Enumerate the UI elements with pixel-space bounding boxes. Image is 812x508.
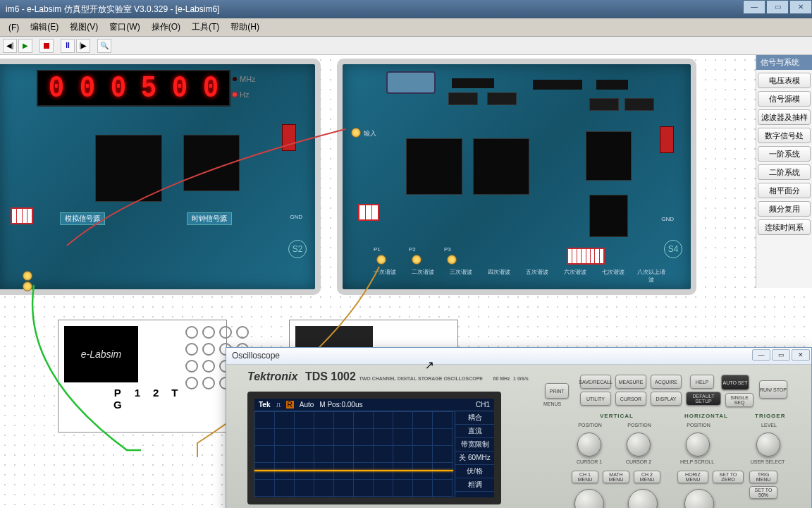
menu-view[interactable]: 视图(V)	[64, 19, 104, 35]
scope-menu-dc[interactable]: 直流	[455, 425, 494, 438]
trig-menu-button[interactable]: TRIG MENU	[749, 471, 777, 483]
horiz-position-knob[interactable]	[686, 433, 710, 456]
scope-menu-off60[interactable]: 关 60MHz	[455, 452, 494, 465]
board-s4[interactable]: 输入 P1 P2 P3 一次谐波 二次谐波 三次谐波 四次谐波 五次谐波 六次谐…	[337, 59, 696, 295]
panel-button[interactable]	[202, 360, 215, 373]
ch1-scale-knob[interactable]	[574, 489, 604, 508]
side-btn-dsp[interactable]: 数字信号处	[758, 128, 811, 143]
default-setup-button[interactable]: DEFAULT SETUP	[686, 392, 721, 406]
toolbar-zoom[interactable]: 🔍	[97, 39, 111, 53]
single-seq-button[interactable]: SINGLE SEQ	[725, 393, 753, 407]
panel-button[interactable]	[185, 326, 198, 339]
menu-help[interactable]: 帮助(H)	[225, 19, 265, 35]
side-btn-source[interactable]: 信号源模	[758, 91, 811, 107]
probe-t-label: T	[171, 387, 178, 411]
dip-switch[interactable]	[567, 248, 605, 265]
scope-menu-coarse[interactable]: 粗调	[455, 478, 494, 492]
side-btn-voltmeter[interactable]: 电压表模	[758, 73, 811, 88]
help-button[interactable]: HELP	[690, 375, 714, 389]
cursor-button[interactable]: CURSOR	[615, 392, 646, 406]
horiz-menu-button[interactable]: HORIZ MENU	[677, 471, 708, 483]
maximize-button[interactable]: ▭	[766, 0, 789, 14]
close-button[interactable]: ✕	[789, 0, 812, 14]
ch2-position-knob[interactable]	[627, 433, 651, 456]
side-btn-phase-plane[interactable]: 相平面分	[758, 183, 811, 198]
math-menu-button[interactable]: MATH MENU	[603, 471, 629, 483]
set-to-50-button[interactable]: SET TO 50%	[749, 486, 777, 499]
ch1-menu-button[interactable]: CH 1 MENU	[572, 471, 598, 483]
oscilloscope-window[interactable]: Oscilloscope — ▭ ✕ Tektronix TDS 1002 TW…	[226, 347, 812, 508]
output-port[interactable]	[23, 271, 32, 281]
display-button[interactable]: DISPLAY	[651, 392, 682, 406]
harmonic-port-1[interactable]	[376, 255, 386, 265]
board-s2[interactable]: 0 0 0 5 0 0 MHz Hz 模拟信号源 时钟信号源 S2 GND	[0, 59, 321, 295]
set-to-zero-button[interactable]: SET TO ZERO	[713, 471, 744, 483]
menu-window[interactable]: 窗口(W)	[104, 19, 145, 35]
input-label: 输入	[364, 129, 376, 138]
scope-menu-coupling[interactable]: 耦合	[455, 411, 494, 425]
panel-button[interactable]	[185, 360, 198, 373]
side-btn-first-order[interactable]: 一阶系统	[758, 146, 811, 162]
scope-auto-label: Auto	[300, 401, 314, 409]
side-btn-continuous[interactable]: 连续时间系	[758, 219, 811, 235]
probe-2-label: 2	[153, 387, 159, 411]
instrument-panel[interactable]: e-Labsim PG 1 2 T	[58, 320, 227, 433]
power-switch[interactable]	[282, 124, 296, 151]
panel-button[interactable]	[202, 326, 215, 339]
run-stop-button[interactable]: RUN/ STOP	[759, 380, 787, 399]
osc-close-button[interactable]: ✕	[792, 349, 810, 361]
harmonic-port-3[interactable]	[447, 255, 457, 265]
side-panel: 信号与系统 电压表模 信号源模 滤波器及抽样 数字信号处 一阶系统 二阶系统 相…	[756, 55, 812, 288]
gnd-label: GND	[290, 214, 302, 220]
menu-file[interactable]: (F)	[3, 20, 25, 35]
panel-button[interactable]	[202, 343, 215, 356]
osc-maximize-button[interactable]: ▭	[772, 349, 790, 361]
app-title: im6 - e-Labsim 仿真型开放实验室 V3.0.329 - [e-La…	[6, 4, 219, 16]
panel-button[interactable]	[202, 377, 215, 389]
menu-tools[interactable]: 工具(T)	[186, 19, 225, 35]
digit-3: 5	[137, 73, 160, 104]
toolbar-step-back[interactable]: ◀|	[3, 39, 17, 53]
side-btn-second-order[interactable]: 二阶系统	[758, 164, 811, 180]
oscilloscope-title-bar[interactable]: Oscilloscope — ▭ ✕	[226, 348, 811, 365]
minimize-button[interactable]: —	[743, 0, 765, 14]
trigger-level-knob[interactable]	[756, 433, 780, 456]
save-recall-button[interactable]: SAVE/RECALL	[580, 375, 611, 389]
acquire-button[interactable]: ACQUIRE	[651, 375, 682, 389]
power-switch[interactable]	[660, 126, 674, 153]
panel-button[interactable]	[236, 326, 249, 339]
utility-button[interactable]: UTILITY	[580, 392, 611, 406]
panel-button[interactable]	[219, 326, 232, 339]
chip-icon	[487, 92, 517, 105]
panel-button[interactable]	[185, 377, 198, 389]
dip-switch[interactable]	[358, 204, 379, 221]
print-button[interactable]: PRINT	[545, 383, 569, 399]
menu-edit[interactable]: 编辑(E)	[25, 19, 64, 35]
ch2-scale-knob[interactable]	[628, 489, 658, 508]
autoset-button[interactable]: AUTO SET	[721, 375, 749, 390]
cursor2-label: CURSOR 2	[621, 459, 656, 464]
menu-operate[interactable]: 操作(O)	[146, 19, 186, 35]
toolbar-stop[interactable]	[39, 39, 54, 53]
harmonic-port-2[interactable]	[412, 255, 422, 265]
output-port[interactable]	[23, 282, 32, 291]
side-btn-filter[interactable]: 滤波器及抽样	[758, 109, 811, 125]
side-btn-fdm[interactable]: 频分复用	[758, 201, 811, 217]
position-label: POSITION	[684, 423, 713, 428]
scope-menu-bwlimit[interactable]: 带宽限制	[455, 438, 494, 452]
instrument-screen-2	[295, 326, 373, 350]
p1-label: P1	[374, 246, 381, 253]
dip-switch[interactable]	[11, 207, 33, 224]
measure-button[interactable]: MEASURE	[615, 375, 646, 389]
toolbar-play[interactable]: ▶	[18, 39, 32, 53]
toolbar-step-fwd[interactable]: |▶	[76, 39, 90, 53]
input-port[interactable]	[351, 128, 361, 138]
osc-minimize-button[interactable]: —	[752, 349, 770, 361]
scope-run-indicator: R	[286, 401, 294, 409]
panel-button[interactable]	[185, 343, 198, 356]
toolbar-pause[interactable]: II	[61, 39, 75, 53]
ch1-position-knob[interactable]	[577, 433, 601, 456]
ch2-menu-button[interactable]: CH 2 MENU	[634, 471, 660, 483]
time-scale-knob[interactable]	[684, 489, 714, 508]
scope-menu-voltsdiv[interactable]: 伏/格	[455, 465, 494, 478]
